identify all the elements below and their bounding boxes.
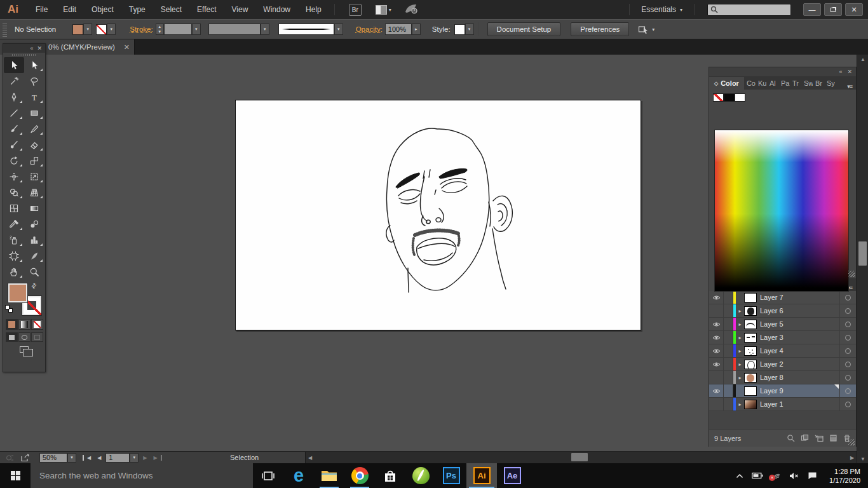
target-column[interactable]	[839, 318, 856, 330]
fill-dropdown[interactable]: ▾	[83, 24, 92, 35]
layer-row[interactable]: ▸ Layer 1	[709, 398, 856, 411]
brush-definition-preview[interactable]	[278, 24, 334, 35]
tab-symbols[interactable]: Sy	[824, 77, 836, 90]
type-tool[interactable]: T	[24, 89, 44, 105]
expand-arrow-icon[interactable]: ▸	[736, 308, 744, 314]
locate-object-icon[interactable]	[787, 434, 795, 442]
search-box[interactable]	[707, 4, 791, 16]
visibility-toggle[interactable]	[709, 304, 724, 317]
task-view-button[interactable]	[253, 463, 283, 488]
expand-arrow-icon[interactable]: ▸	[736, 335, 744, 341]
target-column[interactable]	[839, 371, 856, 384]
target-column[interactable]	[839, 331, 856, 344]
pen-tool[interactable]	[4, 89, 24, 105]
visibility-toggle[interactable]	[709, 398, 724, 410]
menu-help[interactable]: Help	[298, 0, 329, 19]
column-graph-tool[interactable]	[24, 232, 44, 248]
stroke-color-swatch[interactable]	[96, 24, 107, 35]
fill-swatch[interactable]	[8, 283, 27, 302]
color-spectrum[interactable]	[714, 130, 849, 292]
target-column[interactable]	[839, 398, 856, 410]
free-transform-tool[interactable]	[24, 168, 44, 184]
draw-inside-button[interactable]	[31, 332, 43, 342]
eraser-tool[interactable]	[24, 137, 44, 152]
layer-name[interactable]: Layer 5	[760, 320, 839, 328]
tab-transform[interactable]: Tr	[790, 77, 801, 90]
opacity-panel-link[interactable]: Opacity:	[356, 25, 383, 33]
volume-muted-icon[interactable]	[789, 472, 799, 480]
stroke-weight-dropdown[interactable]: ▾	[192, 24, 201, 35]
layer-name[interactable]: Layer 4	[760, 347, 839, 355]
layer-row[interactable]: ▸ Layer 9	[709, 384, 856, 398]
expand-arrow-icon[interactable]: ▸	[736, 402, 744, 407]
restore-button[interactable]	[824, 3, 842, 16]
rotate-tool[interactable]	[4, 152, 24, 168]
target-column[interactable]	[839, 291, 856, 304]
previous-artboard-icon[interactable]: ◀	[94, 455, 104, 461]
magic-wand-tool[interactable]	[4, 73, 24, 89]
rectangle-tool[interactable]	[24, 105, 44, 121]
width-tool[interactable]	[4, 168, 24, 184]
line-segment-tool[interactable]	[4, 105, 24, 121]
tray-chevron-icon[interactable]	[736, 473, 743, 478]
selection-tool[interactable]	[4, 57, 24, 73]
lock-toggle[interactable]	[724, 398, 733, 410]
none-mode-button[interactable]	[31, 319, 43, 330]
lock-toggle[interactable]	[724, 344, 733, 357]
layer-name[interactable]: Layer 6	[760, 307, 839, 315]
stroke-weight-stepper[interactable]: ▲▼	[156, 24, 164, 35]
layer-name[interactable]: Layer 8	[760, 374, 839, 381]
visibility-toggle[interactable]	[709, 331, 724, 344]
artboard-tool[interactable]	[4, 248, 24, 264]
last-artboard-icon[interactable]: ▶	[150, 455, 161, 461]
workspace-switcher[interactable]: Essentials ▾	[635, 5, 689, 14]
target-column[interactable]	[839, 358, 856, 370]
collapse-panel-icon[interactable]: «	[30, 45, 33, 51]
isolate-selected-icon[interactable]: ▾	[638, 24, 654, 34]
width-profile-field[interactable]	[208, 24, 261, 35]
brush-definition-dropdown[interactable]: ▾	[334, 24, 343, 35]
target-icon[interactable]	[845, 348, 851, 354]
target-column[interactable]	[839, 344, 856, 357]
tools-panel-grip[interactable]	[3, 53, 45, 57]
screen-mode-button[interactable]	[3, 346, 45, 353]
tab-swatches[interactable]: Sw	[801, 77, 813, 90]
paintbrush-tool[interactable]	[4, 121, 24, 137]
mesh-tool[interactable]	[4, 200, 24, 216]
horizontal-scrollbar[interactable]: ◀ ▶	[305, 452, 857, 463]
file-explorer-taskbar-button[interactable]	[314, 463, 344, 488]
scroll-down-icon[interactable]: ▼	[857, 454, 868, 463]
chrome-taskbar-button[interactable]	[344, 463, 375, 488]
action-center-icon[interactable]	[808, 471, 817, 480]
tab-align[interactable]: Al	[767, 77, 778, 90]
layer-row[interactable]: ▸ Layer 4	[709, 344, 856, 358]
target-column[interactable]	[839, 304, 856, 317]
hand-tool[interactable]	[4, 264, 24, 280]
fill-color-swatch[interactable]	[72, 24, 83, 35]
lock-toggle[interactable]	[724, 358, 733, 370]
layer-row[interactable]: ▸ Layer 6	[709, 304, 856, 318]
taskbar-clock[interactable]: 1:28 PM 1/17/2020	[825, 467, 860, 485]
expand-arrow-icon[interactable]: ▸	[736, 375, 744, 381]
default-fill-stroke-icon[interactable]	[5, 305, 13, 313]
zoom-dropdown[interactable]: ▾	[67, 453, 76, 463]
coreldraw-taskbar-button[interactable]	[405, 463, 436, 488]
slice-tool[interactable]	[24, 248, 44, 264]
scroll-left-icon[interactable]: ◀	[306, 452, 315, 463]
battery-icon[interactable]	[752, 472, 763, 479]
vertical-scrollbar[interactable]: ▲ ▼	[857, 55, 868, 463]
shaper-tool[interactable]	[4, 137, 24, 152]
make-clipping-mask-icon[interactable]	[801, 434, 809, 442]
visibility-toggle[interactable]	[709, 384, 724, 397]
lock-toggle[interactable]	[724, 384, 733, 397]
close-button[interactable]: ✕	[845, 3, 863, 16]
start-button[interactable]	[0, 463, 31, 488]
close-panel-icon[interactable]: ✕	[37, 45, 42, 51]
style-dropdown[interactable]: ▾	[465, 24, 474, 35]
horizontal-scroll-thumb[interactable]	[571, 453, 588, 461]
menu-view[interactable]: View	[224, 0, 256, 19]
artboard-canvas[interactable]	[235, 100, 641, 330]
direct-selection-tool[interactable]	[24, 57, 44, 73]
draw-normal-button[interactable]	[6, 332, 18, 342]
layer-name[interactable]: Layer 3	[760, 334, 839, 341]
